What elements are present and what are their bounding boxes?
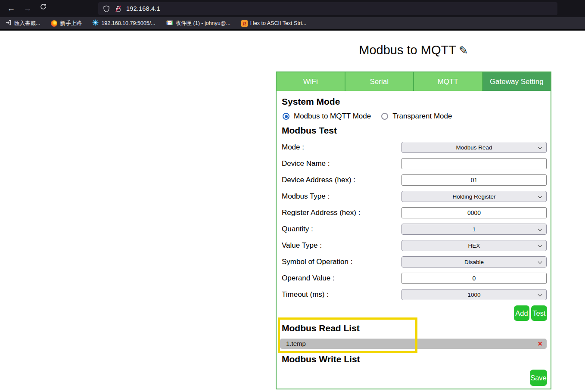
operand-value-input[interactable] (401, 273, 547, 284)
operand-value-label: Operand Value : (282, 274, 335, 283)
modbus-write-list-heading: Modbus Write List (282, 354, 360, 364)
add-button[interactable]: Add (514, 305, 529, 321)
gmail-icon (166, 19, 173, 27)
tab-bar: WiFi Serial MQTT Gateway Setting (277, 72, 551, 91)
field-row-value-type: Value Type : HEX (277, 240, 551, 251)
device-name-input[interactable] (401, 158, 547, 169)
quantity-select[interactable]: 1 (401, 224, 547, 235)
bookmark-label: Hex to ASCII Text Stri... (250, 20, 306, 26)
read-list-item[interactable]: 1.temp × (280, 339, 547, 349)
value-type-select-value: HEX (402, 240, 546, 251)
page-body: Modbus to MQTT✎ WiFi Serial MQTT Gateway… (0, 31, 585, 392)
url-text: 192.168.4.1 (126, 5, 160, 12)
device-name-label: Device Name : (282, 159, 330, 168)
edit-pencil-icon[interactable]: ✎ (459, 44, 468, 57)
shield-icon[interactable] (103, 5, 110, 12)
field-row-modbus-type: Modbus Type : Holding Register (277, 191, 551, 202)
mode-select-value: Modbus Read (402, 142, 546, 153)
browser-nav-toolbar: ← → 192.168.4.1 (0, 0, 585, 17)
page-title: Modbus to MQTT✎ (276, 43, 551, 57)
firefox-icon (51, 20, 57, 27)
timeout-select-value: 1000 (402, 289, 546, 300)
page-title-text: Modbus to MQTT (359, 43, 456, 57)
import-bookmarks-icon (5, 19, 12, 28)
tab-mqtt[interactable]: MQTT (413, 72, 482, 91)
bookmark-item-import[interactable]: 匯入書籤... (5, 19, 40, 28)
symbol-of-operation-select[interactable]: Disable (401, 256, 547, 268)
field-row-device-address: Device Address (hex) : (277, 174, 551, 186)
bookmark-label: 192.168.10.79:5005/... (101, 20, 155, 26)
device-address-label: Device Address (hex) : (282, 176, 355, 184)
timeout-select[interactable]: 1000 (401, 289, 547, 300)
save-button[interactable]: Save (530, 370, 547, 386)
field-row-symbol-of-operation: Symbol of Operation : Disable (277, 256, 551, 268)
field-row-register-address: Register Address (hex) : (277, 207, 551, 218)
field-row-quantity: Quantity : 1 (277, 224, 551, 235)
symbol-of-operation-label: Symbol of Operation : (282, 258, 352, 266)
device-address-input[interactable] (401, 174, 547, 186)
tab-serial[interactable]: Serial (345, 72, 414, 91)
delete-item-icon[interactable]: × (538, 339, 542, 349)
value-type-label: Value Type : (282, 241, 322, 250)
insecure-lock-icon[interactable] (115, 5, 122, 12)
modbus-type-select-value: Holding Register (402, 191, 546, 202)
timeout-label: Timeout (ms) : (282, 290, 329, 299)
register-address-label: Register Address (hex) : (282, 208, 360, 217)
mode-label: Mode : (282, 143, 304, 152)
forward-icon[interactable]: → (22, 4, 33, 13)
tab-wifi[interactable]: WiFi (277, 72, 345, 91)
test-button[interactable]: Test (531, 305, 547, 321)
bookmark-item-gmail[interactable]: 收件匣 (1) - johnyu@... (166, 19, 230, 28)
settings-panel: WiFi Serial MQTT Gateway Setting System … (276, 72, 551, 389)
reload-icon (40, 3, 47, 10)
field-row-timeout: Timeout (ms) : 1000 (277, 289, 551, 300)
r-letter-icon: R (241, 20, 248, 27)
field-row-mode: Mode : Modbus Read (277, 142, 551, 153)
modbus-type-label: Modbus Type : (282, 192, 330, 201)
bookmark-item-hex-ascii[interactable]: R Hex to ASCII Text Stri... (241, 19, 306, 28)
register-address-input[interactable] (401, 207, 547, 218)
system-mode-heading: System Mode (282, 96, 340, 107)
reload-icon[interactable] (38, 3, 48, 12)
gear-icon (92, 19, 99, 28)
field-row-operand-value: Operand Value : (277, 273, 551, 284)
read-list-item-name: 1.temp (286, 340, 306, 347)
bookmark-label: 新手上路 (60, 20, 81, 27)
address-bar[interactable]: 192.168.4.1 (98, 2, 557, 15)
field-row-device-name: Device Name : (277, 158, 551, 169)
bookmark-label: 收件匣 (1) - johnyu@... (176, 20, 230, 27)
quantity-label: Quantity : (282, 225, 313, 233)
radio-transparent-mode[interactable] (381, 113, 388, 120)
back-icon[interactable]: ← (6, 4, 16, 13)
bookmark-item-local-server[interactable]: 192.168.10.79:5005/... (92, 19, 155, 28)
modbus-type-select[interactable]: Holding Register (401, 191, 547, 202)
mode-select[interactable]: Modbus Read (401, 142, 547, 153)
radio-label: Modbus to MQTT Mode (294, 112, 371, 121)
symbol-of-operation-select-value: Disable (402, 257, 546, 268)
bookmark-item-firefox[interactable]: 新手上路 (51, 19, 81, 28)
modbus-read-list-heading: Modbus Read List (282, 323, 360, 333)
quantity-select-value: 1 (402, 224, 546, 235)
system-mode-options: Modbus to MQTT Mode Transparent Mode (283, 112, 458, 121)
bookmark-label: 匯入書籤... (14, 20, 40, 27)
radio-modbus-to-mqtt-mode[interactable] (283, 113, 289, 120)
tab-gateway-setting[interactable]: Gateway Setting (482, 72, 551, 91)
modbus-test-heading: Modbus Test (282, 125, 337, 136)
value-type-select[interactable]: HEX (401, 240, 547, 251)
radio-label: Transparent Mode (392, 112, 452, 121)
bookmarks-bar: 匯入書籤... 新手上路 192.168.10.79:5005/... (0, 17, 585, 29)
